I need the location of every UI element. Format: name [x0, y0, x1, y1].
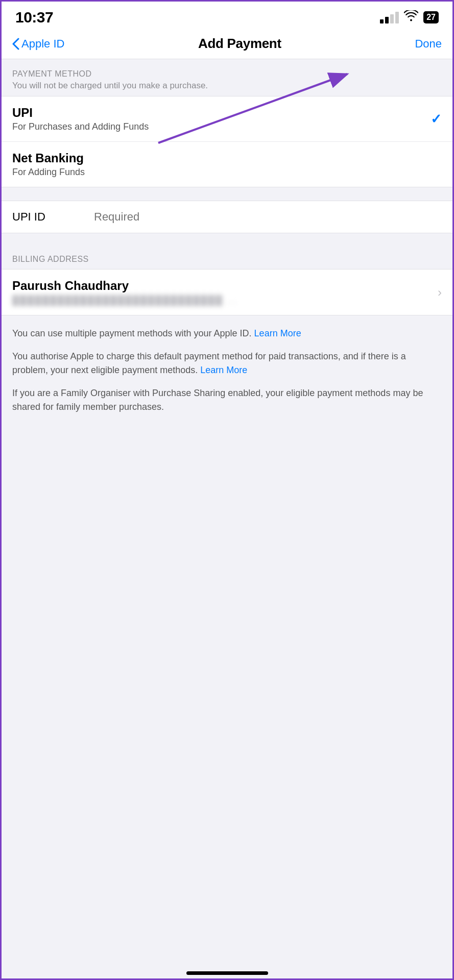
netbanking-option-subtitle: For Adding Funds	[12, 167, 442, 178]
billing-address-header: BILLING ADDRESS	[0, 247, 454, 269]
billing-name: Paurush Chaudhary	[12, 279, 237, 293]
info-text-1-content: You can use multiple payment methods wit…	[12, 328, 254, 338]
payment-option-upi[interactable]: UPI For Purchases and Adding Funds ✓	[0, 96, 454, 142]
chevron-right-icon: ›	[438, 285, 442, 300]
upi-id-input[interactable]	[94, 210, 442, 224]
billing-address-section: BILLING ADDRESS Paurush Chaudhary ██████…	[0, 247, 454, 315]
payment-method-title: PAYMENT METHOD	[12, 69, 442, 79]
info-text-1: You can use multiple payment methods wit…	[12, 327, 442, 340]
status-bar: 10:37 27	[0, 0, 454, 31]
signal-bars-icon	[380, 12, 399, 23]
billing-address-title: BILLING ADDRESS	[12, 255, 442, 264]
learn-more-link-2[interactable]: Learn More	[200, 365, 247, 375]
info-area: You can use multiple payment methods wit…	[0, 315, 454, 434]
home-bar	[186, 971, 268, 975]
upi-id-label: UPI ID	[12, 210, 94, 224]
payment-option-upi-content: UPI For Purchases and Adding Funds	[12, 106, 431, 132]
chevron-left-icon	[12, 38, 19, 50]
payment-method-section-header: PAYMENT METHOD You will not be charged u…	[0, 59, 454, 96]
back-button[interactable]: Apple ID	[12, 37, 64, 51]
status-icons: 27	[380, 10, 439, 24]
netbanking-option-title: Net Banking	[12, 151, 442, 165]
home-indicator	[0, 961, 454, 980]
battery-icon: 27	[423, 11, 439, 23]
upi-checkmark-icon: ✓	[431, 111, 442, 127]
billing-address-content: Paurush Chaudhary ██████████████████████…	[12, 279, 237, 306]
info-text-2: You authorise Apple to charge this defau…	[12, 350, 442, 377]
upi-option-title: UPI	[12, 106, 431, 120]
payment-method-subtitle: You will not be charged until you make a…	[12, 81, 442, 91]
payment-option-netbanking[interactable]: Net Banking For Adding Funds	[0, 142, 454, 187]
billing-address-row[interactable]: Paurush Chaudhary ██████████████████████…	[0, 269, 454, 315]
back-label: Apple ID	[21, 37, 64, 51]
learn-more-link-1[interactable]: Learn More	[254, 328, 301, 338]
upi-id-row: UPI ID	[0, 201, 454, 233]
info-text-3: If you are a Family Organiser with Purch…	[12, 386, 442, 414]
upi-option-subtitle: For Purchases and Adding Funds	[12, 121, 431, 132]
billing-address-blurred: ████████████████████████████ ...	[12, 295, 237, 306]
info-text-3-content: If you are a Family Organiser with Purch…	[12, 388, 423, 412]
spacer	[0, 434, 454, 961]
page-title: Add Payment	[198, 36, 281, 52]
wifi-icon	[404, 10, 418, 24]
done-button[interactable]: Done	[415, 37, 442, 51]
status-time: 10:37	[15, 9, 53, 26]
nav-bar: Apple ID Add Payment Done	[0, 31, 454, 59]
payment-option-netbanking-content: Net Banking For Adding Funds	[12, 151, 442, 178]
payment-options-list: UPI For Purchases and Adding Funds ✓ Net…	[0, 96, 454, 187]
battery-level: 27	[426, 13, 436, 22]
